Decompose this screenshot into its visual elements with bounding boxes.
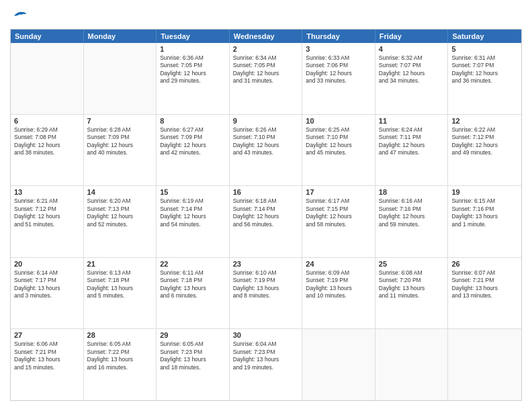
cell-line-3: and 47 minutes. xyxy=(379,149,445,156)
header-day-friday: Friday xyxy=(375,30,449,43)
day-number: 23 xyxy=(233,260,299,268)
cell-line-2: Daylight: 13 hours xyxy=(14,285,80,292)
cell-line-2: Daylight: 12 hours xyxy=(306,70,371,77)
day-number: 22 xyxy=(160,260,226,268)
cell-line-2: Daylight: 13 hours xyxy=(451,213,518,220)
cell-line-0: Sunrise: 6:20 AM xyxy=(87,197,153,205)
day-number: 2 xyxy=(233,45,299,53)
day-number: 9 xyxy=(233,117,299,125)
day-number: 11 xyxy=(379,117,445,125)
calendar-day-1: 1Sunrise: 6:36 AMSunset: 7:05 PMDaylight… xyxy=(157,43,230,114)
header-day-saturday: Saturday xyxy=(448,30,521,43)
calendar-day-28: 28Sunrise: 6:05 AMSunset: 7:22 PMDayligh… xyxy=(84,329,157,400)
calendar-day-12: 12Sunrise: 6:22 AMSunset: 7:12 PMDayligh… xyxy=(448,115,521,186)
cell-line-3: and 38 minutes. xyxy=(14,149,80,156)
cell-line-3: and 29 minutes. xyxy=(160,77,226,85)
cell-line-0: Sunrise: 6:32 AM xyxy=(379,54,445,62)
cell-line-1: Sunset: 7:11 PM xyxy=(379,134,445,141)
cell-line-3: and 15 minutes. xyxy=(14,364,80,371)
cell-line-0: Sunrise: 6:07 AM xyxy=(451,269,518,277)
cell-line-3: and 36 minutes. xyxy=(451,77,518,85)
calendar-empty-cell xyxy=(448,329,521,400)
cell-line-0: Sunrise: 6:34 AM xyxy=(233,54,299,62)
header xyxy=(10,10,522,22)
calendar-day-14: 14Sunrise: 6:20 AMSunset: 7:13 PMDayligh… xyxy=(84,186,157,257)
cell-line-1: Sunset: 7:07 PM xyxy=(451,62,518,69)
calendar-body: 1Sunrise: 6:36 AMSunset: 7:05 PMDaylight… xyxy=(11,43,521,400)
calendar-day-11: 11Sunrise: 6:24 AMSunset: 7:11 PMDayligh… xyxy=(375,115,449,186)
cell-line-0: Sunrise: 6:15 AM xyxy=(451,197,518,205)
cell-line-3: and 34 minutes. xyxy=(379,77,445,85)
cell-line-1: Sunset: 7:19 PM xyxy=(233,277,299,284)
cell-line-1: Sunset: 7:10 PM xyxy=(233,134,299,141)
day-number: 17 xyxy=(306,188,371,196)
cell-line-0: Sunrise: 6:33 AM xyxy=(306,54,371,62)
cell-line-1: Sunset: 7:10 PM xyxy=(306,134,371,141)
cell-line-3: and 51 minutes. xyxy=(14,221,80,228)
cell-line-1: Sunset: 7:17 PM xyxy=(14,277,80,284)
day-number: 5 xyxy=(451,45,518,53)
cell-line-1: Sunset: 7:13 PM xyxy=(87,205,153,213)
cell-line-2: Daylight: 12 hours xyxy=(233,213,299,220)
cell-line-3: and 45 minutes. xyxy=(306,149,371,156)
calendar-day-5: 5Sunrise: 6:31 AMSunset: 7:07 PMDaylight… xyxy=(448,43,521,114)
cell-line-0: Sunrise: 6:16 AM xyxy=(379,197,445,205)
cell-line-3: and 3 minutes. xyxy=(14,292,80,300)
cell-line-1: Sunset: 7:21 PM xyxy=(14,349,80,356)
cell-line-0: Sunrise: 6:04 AM xyxy=(233,340,299,348)
calendar-empty-cell xyxy=(302,329,375,400)
cell-line-2: Daylight: 12 hours xyxy=(233,142,299,149)
day-number: 30 xyxy=(233,331,299,339)
calendar-day-30: 30Sunrise: 6:04 AMSunset: 7:23 PMDayligh… xyxy=(230,329,303,400)
cell-line-0: Sunrise: 6:06 AM xyxy=(14,340,80,348)
cell-line-0: Sunrise: 6:19 AM xyxy=(160,197,226,205)
calendar-day-3: 3Sunrise: 6:33 AMSunset: 7:06 PMDaylight… xyxy=(302,43,375,114)
calendar-day-25: 25Sunrise: 6:08 AMSunset: 7:20 PMDayligh… xyxy=(375,258,449,329)
cell-line-1: Sunset: 7:12 PM xyxy=(14,205,80,213)
cell-line-2: Daylight: 12 hours xyxy=(87,142,153,149)
cell-line-2: Daylight: 12 hours xyxy=(14,213,80,220)
cell-line-3: and 1 minute. xyxy=(451,221,518,228)
calendar-day-9: 9Sunrise: 6:26 AMSunset: 7:10 PMDaylight… xyxy=(230,115,303,186)
cell-line-3: and 56 minutes. xyxy=(233,221,299,228)
calendar-day-10: 10Sunrise: 6:25 AMSunset: 7:10 PMDayligh… xyxy=(302,115,375,186)
cell-line-2: Daylight: 13 hours xyxy=(233,356,299,363)
cell-line-3: and 18 minutes. xyxy=(160,364,226,371)
calendar-week-4: 20Sunrise: 6:14 AMSunset: 7:17 PMDayligh… xyxy=(11,258,521,330)
day-number: 16 xyxy=(233,188,299,196)
cell-line-0: Sunrise: 6:18 AM xyxy=(233,197,299,205)
cell-line-3: and 19 minutes. xyxy=(233,364,299,371)
cell-line-2: Daylight: 12 hours xyxy=(451,142,518,149)
cell-line-2: Daylight: 12 hours xyxy=(451,70,518,77)
cell-line-1: Sunset: 7:16 PM xyxy=(451,205,518,213)
cell-line-2: Daylight: 13 hours xyxy=(87,285,153,292)
calendar-day-19: 19Sunrise: 6:15 AMSunset: 7:16 PMDayligh… xyxy=(448,186,521,257)
calendar-week-5: 27Sunrise: 6:06 AMSunset: 7:21 PMDayligh… xyxy=(11,329,521,400)
cell-line-0: Sunrise: 6:13 AM xyxy=(87,269,153,277)
cell-line-2: Daylight: 12 hours xyxy=(14,142,80,149)
header-day-tuesday: Tuesday xyxy=(157,30,230,43)
day-number: 7 xyxy=(87,117,153,125)
cell-line-2: Daylight: 12 hours xyxy=(160,213,226,220)
cell-line-3: and 54 minutes. xyxy=(160,221,226,228)
calendar: SundayMondayTuesdayWednesdayThursdayFrid… xyxy=(10,29,522,401)
cell-line-3: and 58 minutes. xyxy=(306,221,371,228)
cell-line-2: Daylight: 13 hours xyxy=(160,356,226,363)
cell-line-0: Sunrise: 6:09 AM xyxy=(306,269,371,277)
cell-line-2: Daylight: 12 hours xyxy=(379,213,445,220)
day-number: 6 xyxy=(14,117,80,125)
day-number: 25 xyxy=(379,260,445,268)
cell-line-1: Sunset: 7:05 PM xyxy=(160,62,226,69)
cell-line-2: Daylight: 13 hours xyxy=(451,285,518,292)
cell-line-2: Daylight: 12 hours xyxy=(160,142,226,149)
cell-line-0: Sunrise: 6:11 AM xyxy=(160,269,226,277)
header-day-sunday: Sunday xyxy=(11,30,84,43)
cell-line-0: Sunrise: 6:17 AM xyxy=(306,197,371,205)
day-number: 28 xyxy=(87,331,153,339)
cell-line-3: and 42 minutes. xyxy=(160,149,226,156)
calendar-day-24: 24Sunrise: 6:09 AMSunset: 7:19 PMDayligh… xyxy=(302,258,375,329)
cell-line-2: Daylight: 13 hours xyxy=(306,285,371,292)
calendar-day-27: 27Sunrise: 6:06 AMSunset: 7:21 PMDayligh… xyxy=(11,329,84,400)
cell-line-0: Sunrise: 6:31 AM xyxy=(451,54,518,62)
logo-bird-icon xyxy=(11,9,28,22)
